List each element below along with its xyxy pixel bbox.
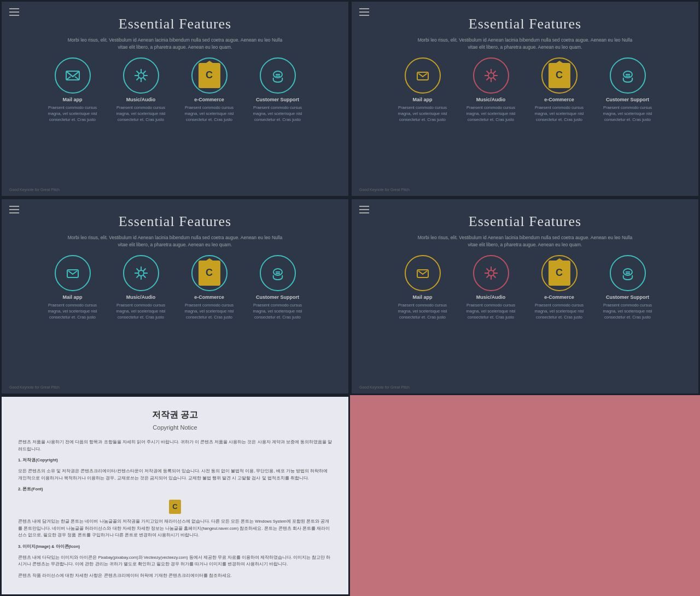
slide-3: Essential Features Morbi leo risus, elit…	[0, 198, 350, 395]
svg-line-23	[486, 71, 489, 73]
music-audio-icon-3	[123, 255, 159, 291]
mail-app-item-2: Mail app Praesent commodo cursus magna, …	[396, 57, 448, 123]
slide-1-footer: Good Keynote for Great Pitch	[9, 188, 60, 192]
slide-2-footer: Good Keynote for Great Pitch	[359, 188, 410, 192]
svg-line-49	[486, 268, 489, 271]
mail-app-desc-1: Praesent commodo cursus magna, vel scele…	[46, 105, 98, 123]
mail-app-icon-3	[55, 255, 91, 291]
customer-support-label-1: Customer Support	[256, 97, 299, 102]
ecommerce-icon-4: C	[541, 255, 578, 291]
ecommerce-label-4: e-Commerce	[544, 294, 574, 300]
slide-1-title: Essential Features	[119, 16, 231, 32]
copyright-outro: 콘텐츠 작품 라이선스에 대한 자세한 사항은 콘텐츠크리에이터 허락에 기재한…	[18, 572, 332, 579]
music-audio-desc-2: Praesent commodo cursus magna, vel scele…	[465, 105, 517, 123]
customer-support-icon-1	[260, 57, 296, 94]
copyright-section-3: 3. 이미지(Image) & 아이콘(Icon) 콘텐츠 내에 다닥있는 이미…	[18, 543, 332, 568]
svg-line-37	[143, 275, 145, 277]
music-audio-label-4: Music/Audio	[476, 294, 506, 300]
svg-line-2	[73, 71, 79, 77]
mail-app-item-4: Mail app Praesent commodo cursus magna, …	[396, 255, 448, 321]
ecommerce-desc-4: Praesent commodo cursus magna, vel scele…	[533, 302, 585, 321]
customer-support-icon-4	[610, 255, 646, 291]
slide-2-subtitle: Morbi leo risus, elit. Vestibulum id Aen…	[416, 37, 634, 51]
c-badge-3: C	[199, 261, 220, 286]
svg-line-10	[136, 71, 139, 73]
svg-line-26	[486, 77, 489, 80]
menu-icon-1[interactable]	[9, 8, 19, 18]
ecommerce-item-3: C e-Commerce Praesent commodo cursus mag…	[183, 255, 235, 321]
customer-support-item-1: Customer Support Praesent commodo cursus…	[252, 57, 304, 123]
copyright-s1-body: 모든 콘텐츠의 소유 및 저작권은 콘텐츠크리에이터/컨텐스타운이 저작권에 등…	[18, 468, 332, 482]
icons-row-2: Mail app Praesent commodo cursus magna, …	[396, 57, 654, 123]
slide-4-subtitle: Morbi leo risus, elit. Vestibulum id Aen…	[416, 234, 634, 248]
customer-support-desc-4: Praesent commodo cursus magna, vel scele…	[602, 302, 654, 321]
svg-line-12	[143, 71, 145, 73]
mail-app-desc-2: Praesent commodo cursus magna, vel scele…	[396, 105, 448, 123]
slide-1: Essential Features Morbi leo risus, elit…	[0, 0, 350, 198]
slide-2: Essential Features Morbi leo risus, elit…	[350, 0, 700, 198]
copyright-s2-body: 콘텐츠 내에 담겨있는 한글 폰트는 네이버 나눔글꼴의 저작권을 가지고있어 …	[18, 518, 332, 539]
music-audio-icon-2	[473, 57, 509, 94]
mail-app-icon-4	[405, 255, 441, 291]
copyright-title-ko: 저작권 공고	[18, 408, 332, 422]
mail-app-item-3: Mail app Praesent commodo cursus magna, …	[46, 255, 98, 321]
svg-line-13	[136, 77, 139, 80]
mail-app-label-1: Mail app	[62, 97, 82, 102]
menu-icon-2[interactable]	[359, 8, 369, 18]
c-badge-1: C	[199, 63, 220, 88]
ecommerce-icon-1: C	[191, 57, 228, 94]
pink-area	[350, 395, 700, 596]
svg-line-1	[66, 71, 73, 77]
slide-4: Essential Features Morbi leo risus, elit…	[350, 198, 700, 395]
customer-support-icon-2	[610, 57, 646, 94]
mail-app-item-1: Mail app Praesent commodo cursus magna, …	[46, 57, 98, 123]
music-audio-item-1: Music/Audio Praesent commodo cursus magn…	[115, 57, 167, 123]
menu-icon-4[interactable]	[359, 206, 369, 216]
slide-3-subtitle: Morbi leo risus, elit. Vestibulum id Aen…	[66, 234, 284, 248]
music-audio-item-4: Music/Audio Praesent commodo cursus magn…	[465, 255, 517, 321]
c-badge-2: C	[549, 63, 570, 88]
copyright-section-1: 1. 저작권(Copyright) 모든 콘텐츠의 소유 및 저작권은 콘텐츠크…	[18, 457, 332, 482]
svg-line-39	[136, 275, 139, 277]
svg-line-11	[143, 77, 145, 80]
c-badge-4: C	[549, 261, 570, 286]
ecommerce-item-1: C e-Commerce Praesent commodo cursus mag…	[183, 57, 235, 123]
ecommerce-desc-2: Praesent commodo cursus magna, vel scele…	[533, 105, 585, 123]
mail-app-desc-4: Praesent commodo cursus magna, vel scele…	[396, 302, 448, 321]
music-audio-label-2: Music/Audio	[476, 97, 506, 102]
slide-3-title: Essential Features	[119, 213, 231, 230]
music-audio-icon-1	[123, 57, 159, 94]
svg-line-38	[143, 268, 145, 271]
ecommerce-icon-2: C	[541, 57, 578, 94]
mail-app-label-4: Mail app	[412, 294, 432, 300]
ecommerce-desc-1: Praesent commodo cursus magna, vel scele…	[183, 105, 235, 123]
copyright-s1-title: 1. 저작권(Copyright)	[18, 457, 332, 464]
customer-support-desc-2: Praesent commodo cursus magna, vel scele…	[602, 105, 654, 123]
ecommerce-label-2: e-Commerce	[544, 97, 574, 102]
customer-support-label-3: Customer Support	[256, 294, 299, 300]
music-audio-item-3: Music/Audio Praesent commodo cursus magn…	[115, 255, 167, 321]
icons-row-4: Mail app Praesent commodo cursus magna, …	[396, 255, 654, 321]
copyright-intro: 콘텐츠 저품을 사용하기 전에 다음의 항목과 조항들을 자세히 읽어 주시기 …	[18, 439, 332, 453]
music-audio-desc-3: Praesent commodo cursus magna, vel scele…	[115, 302, 167, 321]
copyright-s3-title: 3. 이미지(Image) & 아이콘(Icon)	[18, 543, 332, 550]
copyright-panel: 저작권 공고 Copyright Notice 콘텐츠 저품을 사용하기 전에 …	[0, 395, 350, 596]
ecommerce-item-2: C e-Commerce Praesent commodo cursus mag…	[533, 57, 585, 123]
mail-app-icon-1	[55, 57, 91, 94]
slide-3-footer: Good Keynote for Great Pitch	[9, 385, 60, 389]
menu-icon-3[interactable]	[9, 206, 19, 216]
slide-1-subtitle: Morbi leo risus, elit. Vestibulum id Aen…	[66, 37, 284, 51]
music-audio-desc-1: Praesent commodo cursus magna, vel scele…	[115, 105, 167, 123]
mail-app-icon-2	[405, 57, 441, 94]
customer-support-icon-3	[260, 255, 296, 291]
customer-support-item-4: Customer Support Praesent commodo cursus…	[602, 255, 654, 321]
music-audio-label-1: Music/Audio	[126, 97, 156, 102]
icons-row-3: Mail app Praesent commodo cursus magna, …	[46, 255, 304, 321]
svg-line-51	[493, 268, 495, 271]
music-audio-desc-4: Praesent commodo cursus magna, vel scele…	[465, 302, 517, 321]
ecommerce-label-1: e-Commerce	[194, 97, 224, 102]
music-audio-icon-4	[473, 255, 509, 291]
slide-2-title: Essential Features	[469, 16, 581, 32]
mail-app-label-3: Mail app	[62, 294, 82, 300]
mail-app-label-2: Mail app	[412, 97, 432, 102]
